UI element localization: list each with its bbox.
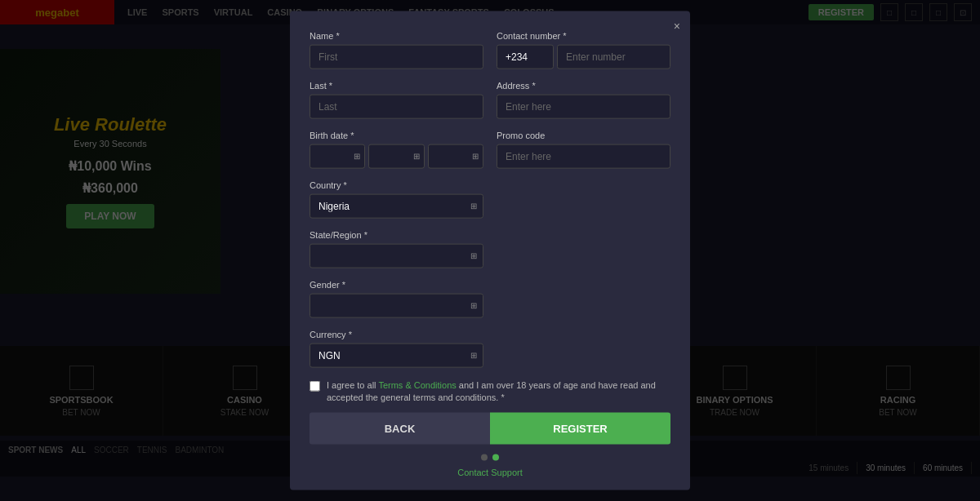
col-promo: Promo code [497, 131, 670, 169]
row-birth-promo: Birth date * [310, 131, 670, 169]
date-year-wrapper [428, 144, 483, 169]
col-birth: Birth date * [310, 131, 483, 169]
phone-group [497, 45, 670, 69]
country-select-wrapper: Nigeria [310, 194, 483, 219]
col-currency-spacer [497, 330, 670, 368]
row-state: State/Region * [310, 230, 670, 268]
date-year-select[interactable] [428, 144, 483, 169]
pagination-dot-1[interactable] [481, 454, 488, 460]
country-select[interactable]: Nigeria [310, 194, 483, 219]
date-month-wrapper [368, 144, 424, 169]
back-button[interactable]: BACK [310, 412, 490, 444]
promo-input[interactable] [497, 144, 670, 169]
row-last-address: Last * Address * [310, 81, 670, 119]
col-address: Address * [497, 81, 670, 119]
state-select-wrapper [310, 244, 483, 268]
col-country: Country * Nigeria [310, 180, 483, 219]
terms-link[interactable]: Terms & Conditions [378, 380, 456, 390]
gender-select-wrapper: Male Female [310, 294, 483, 318]
pagination-dot-2[interactable] [492, 454, 499, 460]
col-currency: Currency * NGN [310, 330, 483, 368]
col-gender-spacer [497, 280, 670, 318]
row-gender: Gender * Male Female [310, 280, 670, 318]
col-state-spacer [497, 230, 670, 268]
registration-modal: × Name * Contact number * Last * Address… [290, 11, 690, 490]
register-button[interactable]: REGISTER [490, 412, 670, 444]
col-last: Last * [310, 81, 483, 119]
date-month-select[interactable] [368, 144, 424, 169]
state-label: State/Region * [310, 230, 483, 240]
date-group [310, 144, 483, 169]
currency-select-wrapper: NGN [310, 344, 483, 368]
checkbox-text1: I agree to all [327, 380, 378, 390]
modal-close-button[interactable]: × [674, 20, 680, 33]
date-day-select[interactable] [310, 144, 365, 169]
country-label: Country * [310, 180, 483, 190]
col-contact: Contact number * [497, 31, 670, 69]
address-input[interactable] [497, 95, 670, 119]
terms-row: I agree to all Terms & Conditions and I … [310, 379, 670, 405]
state-select[interactable] [310, 244, 483, 268]
terms-checkbox[interactable] [310, 381, 320, 392]
btn-row: BACK REGISTER [310, 412, 670, 444]
birth-label: Birth date * [310, 131, 483, 140]
contact-label: Contact number * [497, 31, 670, 41]
promo-label: Promo code [497, 131, 670, 140]
phone-number-input[interactable] [557, 45, 670, 69]
contact-support-link[interactable]: Contact Support [310, 467, 670, 477]
phone-prefix-input[interactable] [497, 45, 554, 69]
col-country-spacer [497, 180, 670, 219]
gender-label: Gender * [310, 280, 483, 290]
currency-select[interactable]: NGN [310, 344, 483, 368]
col-state: State/Region * [310, 230, 483, 268]
row-name-contact: Name * Contact number * [310, 31, 670, 69]
col-gender: Gender * Male Female [310, 280, 483, 318]
date-day-wrapper [310, 144, 365, 169]
terms-label: I agree to all Terms & Conditions and I … [327, 379, 670, 405]
address-label: Address * [497, 81, 670, 91]
gender-select[interactable]: Male Female [310, 294, 483, 318]
row-country: Country * Nigeria [310, 180, 670, 219]
name-label: Name * [310, 31, 483, 41]
currency-label: Currency * [310, 330, 483, 339]
col-name: Name * [310, 31, 483, 69]
last-label: Last * [310, 81, 483, 91]
last-name-input[interactable] [310, 95, 483, 119]
row-currency: Currency * NGN [310, 330, 670, 368]
first-name-input[interactable] [310, 45, 483, 69]
pagination-dots [310, 454, 670, 460]
